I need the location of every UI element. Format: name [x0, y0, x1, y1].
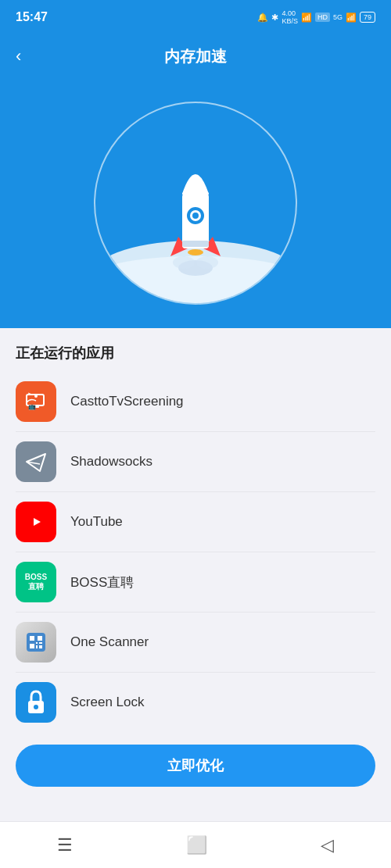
svg-point-9 [192, 213, 199, 219]
svg-rect-24 [36, 642, 38, 644]
nav-menu-icon[interactable]: ☰ [57, 835, 73, 855]
app-icon-boss: BOSS 直聘 [16, 562, 56, 602]
main-content: 正在运行的应用 📺 CasttoTvScreening [0, 328, 391, 732]
list-item[interactable]: 📺 CasttoTvScreening [16, 372, 375, 432]
svg-point-1 [173, 256, 195, 269]
app-name-youtube: YouTube [70, 514, 123, 530]
app-name-shadowsocks: Shadowsocks [70, 454, 152, 470]
rocket-container [95, 147, 296, 280]
app-name-scanner: One Scanner [70, 634, 149, 650]
svg-text:📺: 📺 [28, 402, 36, 410]
wifi-icon: 📶 [301, 13, 312, 23]
app-icon-shadowsocks [16, 441, 56, 482]
hero-circle [94, 102, 297, 305]
svg-rect-27 [39, 642, 42, 644]
speed-indicator: 4.00KB/S [282, 9, 298, 25]
status-time: 15:47 [16, 10, 48, 24]
signal-icon: 5G [333, 13, 343, 21]
list-item[interactable]: Screen Lock [16, 673, 375, 732]
svg-rect-22 [38, 636, 42, 641]
svg-rect-26 [36, 645, 38, 648]
app-icon-cast: 📺 [16, 381, 56, 422]
app-list: 📺 CasttoTvScreening Shadowsocks [16, 372, 375, 732]
rocket-icon [156, 147, 235, 280]
status-icons: 🔔 ✱ 4.00KB/S 📶 HD 5G 📶 79 [257, 9, 375, 25]
scanner-icon [23, 630, 48, 655]
svg-rect-23 [30, 644, 34, 648]
list-item[interactable]: Shadowsocks [16, 432, 375, 492]
nav-back-icon[interactable]: ◁ [321, 835, 334, 855]
list-item[interactable]: BOSS 直聘 BOSS直聘 [16, 552, 375, 613]
list-item[interactable]: YouTube [16, 492, 375, 552]
nav-home-icon[interactable]: ⬜ [186, 835, 207, 855]
app-icon-scanner [16, 622, 56, 663]
svg-rect-10 [182, 241, 209, 247]
app-name-cast: CasttoTvScreening [70, 394, 184, 409]
cast-icon: 📺 [24, 390, 48, 413]
shadowsocks-icon [24, 450, 48, 473]
list-item[interactable]: One Scanner [16, 613, 375, 673]
status-bar: 15:47 🔔 ✱ 4.00KB/S 📶 HD 5G 📶 79 [0, 0, 391, 34]
bell-icon: 🔔 [257, 13, 268, 23]
app-icon-screenlock [16, 682, 56, 723]
svg-point-13 [34, 395, 38, 398]
svg-point-2 [196, 256, 218, 269]
hero-section [0, 78, 391, 328]
bottom-nav: ☰ ⬜ ◁ [0, 821, 391, 868]
svg-rect-21 [30, 636, 34, 641]
header: ‹ 内存加速 [0, 34, 391, 78]
hd-badge: HD [315, 13, 330, 22]
battery-icon: 79 [360, 12, 375, 23]
app-name-boss: BOSS直聘 [70, 573, 134, 591]
svg-rect-25 [39, 645, 42, 648]
lock-icon [25, 690, 47, 715]
svg-point-11 [188, 249, 203, 255]
signal-bars: 📶 [346, 13, 357, 23]
app-name-screenlock: Screen Lock [70, 695, 145, 710]
svg-point-29 [34, 705, 38, 709]
bluetooth-icon: ✱ [271, 13, 278, 23]
optimize-button[interactable]: 立即优化 [16, 745, 375, 787]
section-title: 正在运行的应用 [16, 328, 375, 372]
app-icon-youtube [16, 502, 56, 542]
youtube-icon [23, 513, 48, 531]
page-title: 内存加速 [164, 46, 227, 67]
back-button[interactable]: ‹ [16, 46, 21, 66]
optimize-btn-container: 立即优化 [0, 732, 391, 799]
